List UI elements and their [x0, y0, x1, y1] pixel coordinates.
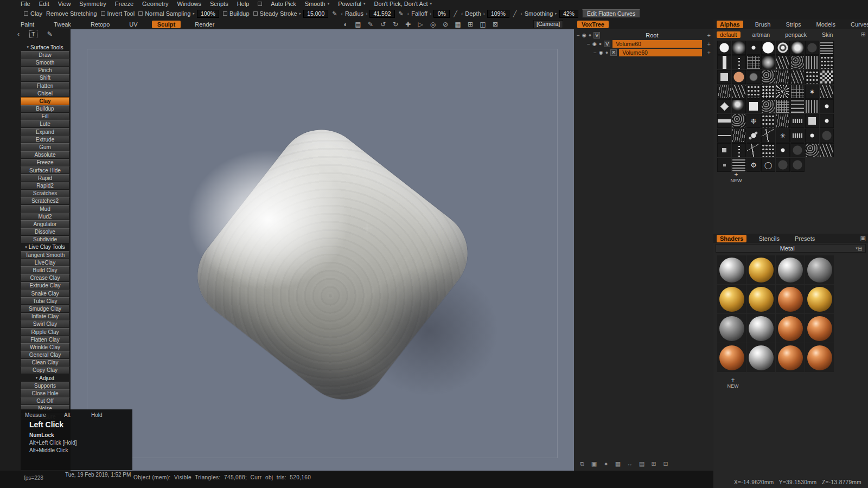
subtab-options-icon[interactable]: ⊞: [861, 31, 866, 38]
shading-mode-icon[interactable]: ◐: [342, 21, 349, 28]
transform-gizmo-icon[interactable]: ✚: [404, 21, 412, 28]
alpha-thumbnail[interactable]: ✶: [805, 85, 819, 99]
tool-button[interactable]: Dissolve: [21, 228, 69, 236]
new-alpha-button[interactable]: + NEW: [729, 172, 744, 183]
clay-option-label[interactable]: Clay: [30, 10, 42, 17]
alpha-thumbnail[interactable]: [717, 85, 731, 99]
falloff-value[interactable]: 0%: [433, 10, 450, 18]
shader-thumbnail[interactable]: [805, 343, 834, 372]
tool-button[interactable]: Copy Clay: [21, 367, 69, 374]
collapse-icon[interactable]: −: [587, 41, 590, 47]
buildup-label[interactable]: Buildup: [229, 10, 250, 17]
tool-button[interactable]: Draw: [21, 51, 69, 59]
shader-thumbnail[interactable]: [805, 314, 834, 343]
alpha-thumbnail[interactable]: [732, 99, 746, 113]
alpha-thumbnail[interactable]: [717, 114, 731, 128]
alpha-thumbnail[interactable]: [717, 143, 731, 157]
shader-thumbnail[interactable]: [776, 255, 805, 284]
section-adjust[interactable]: ▾ Adjust: [21, 374, 69, 382]
alpha-thumbnail[interactable]: [746, 85, 761, 99]
alpha-thumbnail[interactable]: [746, 129, 761, 143]
increase-depth-icon[interactable]: ›: [483, 11, 485, 17]
powerful-mode-dropdown[interactable]: Powerful ▾: [338, 1, 365, 7]
alpha-thumbnail[interactable]: ⚙: [746, 158, 761, 172]
voxtree-volume-row[interactable]: − ◉ ● V Volume60 +: [574, 40, 713, 48]
alpha-thumbnail[interactable]: [732, 41, 746, 55]
tool-button[interactable]: LiveClay: [21, 259, 69, 266]
depth-value[interactable]: 109%: [487, 10, 509, 18]
shader-thumbnail[interactable]: [805, 285, 834, 313]
tool-button[interactable]: Snake Clay: [21, 290, 69, 297]
alpha-thumbnail[interactable]: [732, 158, 746, 172]
tool-button[interactable]: Freeze: [21, 159, 69, 166]
menu-item[interactable]: View: [58, 1, 71, 7]
tab-shaders[interactable]: Shaders: [717, 235, 746, 242]
tool-button[interactable]: Gum: [21, 143, 69, 151]
depth-label[interactable]: Depth: [465, 10, 481, 17]
focus-icon[interactable]: ◎: [429, 21, 437, 28]
decrease-depth-icon[interactable]: ‹: [461, 11, 463, 17]
alpha-thumbnail[interactable]: [761, 41, 775, 55]
alpha-thumbnail[interactable]: [717, 70, 731, 84]
alpha-thumbnail[interactable]: ❉: [746, 114, 761, 128]
alpha-thumbnail[interactable]: [732, 114, 746, 128]
alpha-thumbnail[interactable]: [790, 143, 805, 157]
volume-name[interactable]: Volume60: [612, 40, 701, 48]
alpha-thumbnail[interactable]: [732, 85, 746, 99]
shader-thumbnail[interactable]: [717, 343, 746, 372]
menu-item[interactable]: Symmetry: [79, 1, 106, 7]
edit-curves-icon[interactable]: ✎: [367, 21, 374, 28]
alpha-thumbnail[interactable]: ◯: [761, 158, 775, 172]
mode-badge[interactable]: S: [610, 49, 617, 56]
frame-icon[interactable]: ⊡: [662, 460, 669, 467]
tool-button[interactable]: Extrude Clay: [21, 282, 69, 290]
tool-button[interactable]: Supports: [21, 382, 69, 389]
alpha-thumbnail[interactable]: [790, 129, 805, 143]
close-viewport-icon[interactable]: ⊠: [492, 21, 499, 28]
shader-thumbnail[interactable]: [776, 343, 805, 372]
shader-thumbnail[interactable]: [746, 255, 775, 284]
duplicate-volume-icon[interactable]: ⧉: [578, 460, 586, 467]
add-child-icon[interactable]: +: [704, 49, 711, 56]
alpha-thumbnail[interactable]: [805, 114, 819, 128]
falloff-label[interactable]: Falloff: [411, 10, 427, 17]
merge-icon[interactable]: ●: [602, 460, 610, 467]
expand-icon[interactable]: ▸: [299, 11, 302, 16]
collapse-icon[interactable]: −: [593, 50, 597, 56]
camera-view-button[interactable]: [Camera]: [533, 20, 563, 28]
tool-button[interactable]: Fill: [21, 113, 69, 120]
radius-value[interactable]: 41.592: [369, 10, 394, 18]
pen-tool-icon[interactable]: ✎: [47, 30, 53, 38]
alpha-thumbnail[interactable]: [790, 114, 805, 128]
alpha-thumbnail[interactable]: [805, 143, 819, 157]
tool-button[interactable]: Expand: [21, 128, 69, 136]
voxtree-root-row[interactable]: − ◉ ● V Root +: [574, 31, 713, 40]
expand-icon[interactable]: ▸: [193, 11, 195, 16]
visibility-icon[interactable]: ◉: [582, 33, 586, 38]
add-child-icon[interactable]: +: [704, 41, 711, 47]
visibility-icon[interactable]: ◉: [599, 50, 603, 55]
tab-models[interactable]: Models: [813, 21, 839, 28]
smoothing-value[interactable]: 42%: [559, 10, 578, 18]
shader-grid-icon[interactable]: ⊞: [858, 245, 863, 252]
smooth-mode-dropdown[interactable]: Smooth ▾: [305, 1, 329, 7]
tool-button-clay[interactable]: Clay: [21, 97, 69, 105]
steady-stroke-checkbox[interactable]: [253, 11, 258, 16]
alpha-thumbnail[interactable]: [820, 55, 834, 69]
tool-button[interactable]: Flatten: [21, 82, 69, 89]
pen-pressure-radius-icon[interactable]: ✎: [332, 10, 337, 17]
tool-button[interactable]: Build Clay: [21, 266, 69, 274]
tool-button[interactable]: Rapid2: [21, 182, 69, 189]
alpha-thumbnail[interactable]: [776, 55, 790, 69]
root-volume-name[interactable]: Root: [602, 32, 701, 38]
tab-tweak[interactable]: Tweak: [48, 21, 76, 28]
tool-button[interactable]: Buildup: [21, 105, 69, 113]
pick-mode-dropdown[interactable]: Don't Pick, Don't Act ▾: [374, 1, 432, 7]
normal-sampling-value[interactable]: 100%: [197, 10, 219, 18]
invert-tool-label[interactable]: Invert Tool: [107, 10, 135, 17]
tool-button[interactable]: Angulator: [21, 220, 69, 228]
pen-pressure-falloff-icon[interactable]: ✎: [399, 10, 404, 17]
radius-label[interactable]: Radius: [345, 10, 363, 17]
alpha-thumbnail[interactable]: [776, 99, 790, 113]
subtab-artman[interactable]: artman: [749, 31, 774, 38]
